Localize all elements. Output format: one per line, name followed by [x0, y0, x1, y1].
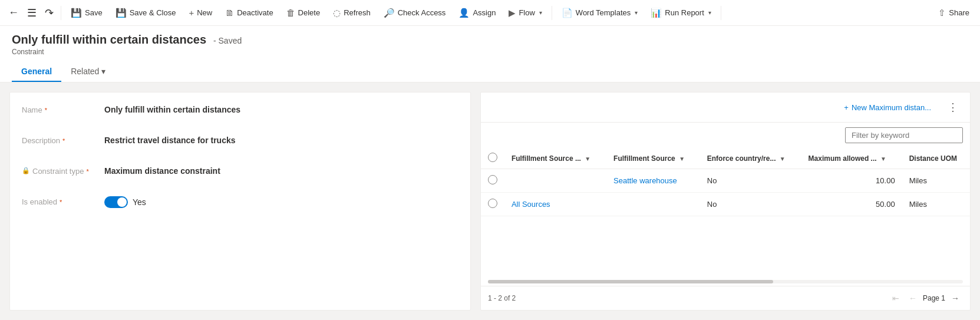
constraint-type-value: Maximum distance constraint: [104, 163, 458, 176]
row1-fulfillment-source[interactable]: Seattle warehouse: [606, 169, 700, 193]
deactivate-label: Deactivate: [237, 8, 273, 17]
filter-input[interactable]: [845, 127, 963, 143]
grid-panel: + New Maximum distan... ⋮ Fulfillment So…: [480, 92, 971, 311]
word-templates-icon: 📄: [562, 8, 573, 18]
col-maximum-allowed[interactable]: Maximum allowed ... ▼: [801, 148, 902, 169]
delete-button[interactable]: 🗑 Delete: [281, 4, 326, 21]
grid-toolbar: + New Maximum distan... ⋮: [481, 93, 970, 123]
refresh-button[interactable]: ◌ Refresh: [327, 4, 377, 22]
deactivate-icon: 🗎: [225, 8, 234, 18]
run-report-label: Run Report: [665, 8, 704, 17]
name-required: *: [45, 107, 47, 114]
toggle-wrap: Yes: [104, 194, 146, 208]
save-close-button[interactable]: 💾 Save & Close: [110, 4, 182, 22]
description-label: Description *: [22, 133, 104, 145]
table-row: Seattle warehouse No 10.00 Miles: [481, 169, 970, 193]
saved-status: - Saved: [213, 36, 242, 45]
toggle-label: Yes: [133, 197, 146, 207]
select-all-header[interactable]: [481, 148, 504, 169]
row2-circle: [488, 199, 497, 208]
grid-new-button[interactable]: + New Maximum distan...: [837, 100, 938, 116]
share-button[interactable]: ⇧ Share: [932, 4, 975, 22]
toolbar: ← ☰ ↷ 💾 Save 💾 Save & Close + New 🗎 Deac…: [0, 0, 980, 26]
grid-more-button[interactable]: ⋮: [943, 98, 963, 116]
save-button[interactable]: 💾 Save: [65, 4, 108, 22]
first-page-button[interactable]: ⇤: [889, 291, 903, 305]
divider-3: [721, 6, 721, 20]
data-table: Fulfillment Source ... ▼ Fulfillment Sou…: [481, 148, 970, 216]
new-button[interactable]: + New: [183, 4, 218, 21]
flow-button[interactable]: ▶ Flow: [503, 4, 547, 22]
form-row-description: Description * Restrict travel distance f…: [22, 133, 458, 151]
filter-bar: [481, 123, 970, 148]
main-content: Name * Only fulfill within certain dista…: [0, 83, 980, 320]
word-templates-label: Word Templates: [576, 8, 631, 17]
page-subtitle: Constraint: [12, 48, 968, 56]
tab-general[interactable]: General: [12, 62, 61, 82]
save-icon: 💾: [71, 8, 82, 18]
check-access-label: Check Access: [398, 8, 446, 17]
refresh-page-button[interactable]: ↷: [41, 3, 57, 23]
page-title-row: Only fulfill within certain distances - …: [12, 33, 968, 47]
row2-enforce-country: No: [700, 193, 801, 216]
col-enforce-country[interactable]: Enforce country/re... ▼: [700, 148, 801, 169]
col-fulfillment-source[interactable]: Fulfillment Source ▼: [606, 148, 700, 169]
back-button[interactable]: ←: [5, 3, 22, 22]
horizontal-scrollbar[interactable]: [488, 280, 963, 283]
next-page-button[interactable]: →: [948, 291, 963, 305]
form-row-is-enabled: Is enabled * Yes: [22, 194, 458, 213]
run-report-button[interactable]: 📊 Run Report: [645, 4, 717, 22]
delete-label: Delete: [298, 8, 321, 17]
select-all-circle: [488, 153, 497, 162]
new-icon: +: [189, 8, 194, 18]
row1-distance-uom: Miles: [902, 169, 970, 193]
name-label: Name *: [22, 102, 104, 114]
assign-icon: 👤: [458, 8, 470, 18]
share-label: Share: [949, 8, 969, 17]
pagination-summary: 1 - 2 of 2: [488, 294, 516, 302]
grid-new-label: New Maximum distan...: [852, 103, 931, 112]
divider-1: [61, 6, 61, 20]
check-access-button[interactable]: 🔎 Check Access: [378, 4, 452, 22]
row2-distance-uom: Miles: [902, 193, 970, 216]
is-enabled-required: *: [60, 199, 62, 206]
row2-select[interactable]: [481, 193, 504, 216]
word-templates-button[interactable]: 📄 Word Templates: [556, 4, 644, 22]
table-header-row: Fulfillment Source ... ▼ Fulfillment Sou…: [481, 148, 970, 169]
refresh-icon: ◌: [333, 8, 341, 18]
row1-select[interactable]: [481, 169, 504, 193]
save-close-label: Save & Close: [130, 8, 176, 17]
constraint-type-required: *: [86, 168, 88, 175]
col-distance-uom[interactable]: Distance UOM: [902, 148, 970, 169]
row2-maximum-allowed: 50.00: [801, 193, 902, 216]
row2-fulfillment-source-name[interactable]: All Sources: [504, 193, 606, 216]
divider-2: [552, 6, 552, 20]
row1-circle: [488, 175, 497, 184]
scrollbar-thumb: [488, 280, 773, 283]
deactivate-button[interactable]: 🗎 Deactivate: [219, 4, 279, 21]
tab-related[interactable]: Related ▾: [61, 62, 115, 82]
is-enabled-toggle[interactable]: [104, 196, 128, 208]
prev-page-button[interactable]: ←: [905, 291, 920, 305]
refresh-label: Refresh: [344, 8, 371, 17]
row1-maximum-allowed: 10.00: [801, 169, 902, 193]
lock-icon: 🔒: [22, 167, 30, 174]
sort-arrow-3: ▼: [780, 156, 786, 162]
col-fulfillment-source-name[interactable]: Fulfillment Source ... ▼: [504, 148, 606, 169]
table-row: All Sources No 50.00 Miles: [481, 193, 970, 216]
row2-fulfillment-source: [606, 193, 700, 216]
is-enabled-label: Is enabled *: [22, 194, 104, 206]
assign-button[interactable]: 👤 Assign: [453, 4, 501, 22]
description-required: *: [62, 137, 65, 144]
flow-label: Flow: [519, 8, 534, 17]
page-label: Page 1: [923, 294, 945, 302]
save-label: Save: [85, 8, 103, 17]
share-icon: ⇧: [938, 8, 946, 18]
sort-arrow-4: ▼: [880, 156, 886, 162]
history-button[interactable]: ☰: [24, 3, 40, 23]
form-row-constraint-type: 🔒 Constraint type * Maximum distance con…: [22, 163, 458, 182]
flow-icon: ▶: [509, 8, 516, 18]
pagination-controls: ⇤ ← Page 1 →: [889, 291, 963, 305]
new-label: New: [197, 8, 212, 17]
row1-enforce-country: No: [700, 169, 801, 193]
